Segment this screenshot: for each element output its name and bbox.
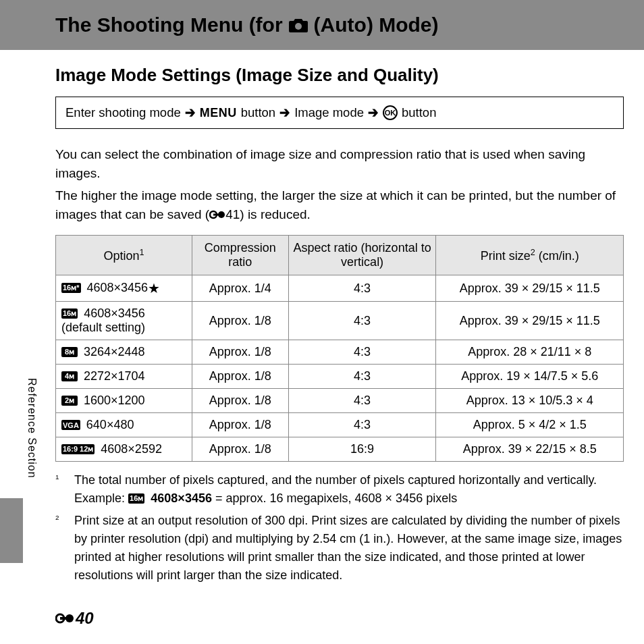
- cell-aspect: 4:3: [288, 275, 436, 302]
- mode-badge-icon: 8ᴍ: [61, 347, 78, 357]
- mode-badge-icon: 16ᴍ*: [61, 283, 81, 293]
- table-row: 2ᴍ 1600×1200Approx. 1/84:3Approx. 13 × 1…: [56, 389, 624, 413]
- arrow-icon: ➔: [279, 104, 290, 122]
- cell-aspect: 16:9: [288, 437, 436, 462]
- th-print: Print size2 (cm/in.): [436, 236, 624, 275]
- th-option: Option1: [56, 236, 192, 275]
- subtitle: Image Mode Settings (Image Size and Qual…: [55, 65, 624, 86]
- side-tab: [0, 498, 23, 563]
- arrow-icon: ➔: [368, 104, 379, 122]
- title-text-left: The Shooting Menu (for: [55, 14, 283, 36]
- svg-rect-6: [60, 617, 70, 620]
- cell-print: Approx. 5 × 4/2 × 1.5: [436, 413, 624, 437]
- reference-link-icon: [55, 609, 74, 628]
- image-mode-table: Option1 Compression ratio Aspect ratio (…: [55, 235, 624, 462]
- svg-point-0: [295, 23, 302, 30]
- mode-badge-icon: VGA: [61, 420, 80, 430]
- cell-aspect: 4:3: [288, 413, 436, 437]
- cell-print: Approx. 19 × 14/7.5 × 5.6: [436, 365, 624, 389]
- cell-compression: Approx. 1/8: [192, 365, 288, 389]
- table-row: 16ᴍ 4608×3456(default setting)Approx. 1/…: [56, 302, 624, 340]
- cell-compression: Approx. 1/8: [192, 437, 288, 462]
- cell-print: Approx. 39 × 29/15 × 11.5: [436, 302, 624, 340]
- page-number: 40: [55, 609, 94, 628]
- cell-compression: Approx. 1/8: [192, 302, 288, 340]
- cell-option: 4ᴍ 2272×1704: [56, 365, 192, 389]
- title-bar: The Shooting Menu (for (Auto) Mode): [0, 0, 644, 50]
- cell-option: 16ᴍ* 4608×3456★: [56, 275, 192, 302]
- mode-badge-icon: 2ᴍ: [61, 396, 78, 406]
- mode-badge-icon: 16ᴍ: [61, 308, 78, 319]
- cell-print: Approx. 39 × 22/15 × 8.5: [436, 437, 624, 462]
- table-row: VGA 640×480Approx. 1/84:3Approx. 5 × 4/2…: [56, 413, 624, 437]
- svg-rect-3: [213, 213, 221, 215]
- ok-button-icon: OK: [383, 105, 398, 120]
- cell-compression: Approx. 1/4: [192, 275, 288, 302]
- cell-aspect: 4:3: [288, 365, 436, 389]
- arrow-icon: ➔: [185, 104, 196, 122]
- th-compression: Compression ratio: [192, 236, 288, 275]
- side-section-label: Reference Section: [26, 378, 38, 479]
- star-icon: ★: [148, 281, 160, 296]
- cell-option: 8ᴍ 3264×2448: [56, 340, 192, 365]
- intro-paragraph-2: The higher the image mode setting, the l…: [55, 186, 624, 224]
- menu-button-label: MENU: [200, 106, 237, 120]
- cell-aspect: 4:3: [288, 302, 436, 340]
- cell-option: 2ᴍ 1600×1200: [56, 389, 192, 413]
- table-row: 16:9 12ᴍ 4608×2592Approx. 1/816:9Approx.…: [56, 437, 624, 462]
- cell-print: Approx. 39 × 29/15 × 11.5: [436, 275, 624, 302]
- footnotes: 1 The total number of pixels captured, a…: [55, 471, 624, 585]
- cell-aspect: 4:3: [288, 340, 436, 365]
- mode-badge-icon: 4ᴍ: [61, 371, 78, 381]
- table-row: 16ᴍ* 4608×3456★Approx. 1/44:3Approx. 39 …: [56, 275, 624, 302]
- reference-link-icon: [209, 206, 225, 225]
- footnote-2: 2 Print size at an output resolution of …: [55, 512, 624, 585]
- page-title: The Shooting Menu (for (Auto) Mode): [55, 14, 439, 36]
- footnote-1: 1 The total number of pixels captured, a…: [55, 471, 624, 508]
- cell-option: 16ᴍ 4608×3456(default setting): [56, 302, 192, 340]
- breadcrumb-step-1: Enter shooting mode: [65, 105, 181, 120]
- cell-aspect: 4:3: [288, 389, 436, 413]
- breadcrumb-step-2-suffix: button: [241, 105, 275, 120]
- cell-compression: Approx. 1/8: [192, 340, 288, 365]
- breadcrumb: Enter shooting mode ➔ MENU button ➔ Imag…: [55, 97, 624, 129]
- th-aspect: Aspect ratio (horizontal to vertical): [288, 236, 436, 275]
- cell-compression: Approx. 1/8: [192, 413, 288, 437]
- cell-option: VGA 640×480: [56, 413, 192, 437]
- cell-compression: Approx. 1/8: [192, 389, 288, 413]
- cell-print: Approx. 28 × 21/11 × 8: [436, 340, 624, 365]
- camera-icon: [288, 17, 308, 33]
- table-row: 4ᴍ 2272×1704Approx. 1/84:3Approx. 19 × 1…: [56, 365, 624, 389]
- breadcrumb-step-4-suffix: button: [402, 105, 436, 120]
- table-row: 8ᴍ 3264×2448Approx. 1/84:3Approx. 28 × 2…: [56, 340, 624, 365]
- title-text-right: (Auto) Mode): [314, 14, 439, 36]
- intro-paragraph-1: You can select the combination of image …: [55, 145, 624, 182]
- cell-option: 16:9 12ᴍ 4608×2592: [56, 437, 192, 462]
- footnote-badge-icon: 16ᴍ: [128, 493, 144, 504]
- breadcrumb-step-3: Image mode: [294, 105, 364, 120]
- mode-badge-icon: 16:9 12ᴍ: [61, 444, 95, 454]
- cell-print: Approx. 13 × 10/5.3 × 4: [436, 389, 624, 413]
